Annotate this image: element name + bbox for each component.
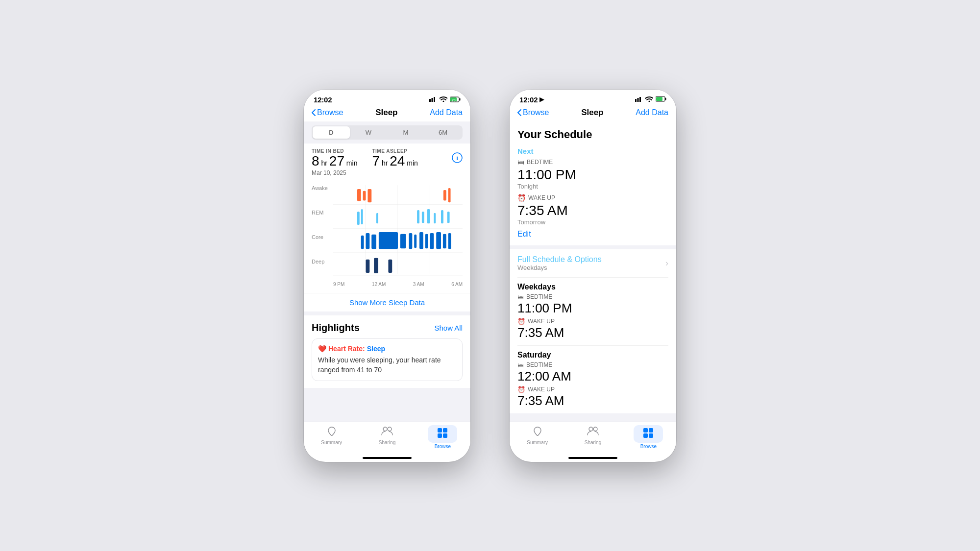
tab-browse-label-1: Browse [435, 444, 451, 449]
svg-rect-36 [414, 235, 416, 248]
nav-bar-2: Browse Sleep Add Data [510, 106, 676, 121]
wifi-icon-1 [440, 96, 447, 103]
nav-back-2[interactable]: Browse [517, 108, 549, 117]
weekdays-day-label: Weekdays [517, 283, 668, 291]
time-label-3am: 3 AM [413, 282, 424, 287]
next-wakeup-time: 7:35 AM [517, 203, 668, 218]
svg-rect-24 [417, 210, 419, 223]
tab-sharing-label-2: Sharing [585, 440, 601, 445]
chevron-icon-full-schedule: › [665, 258, 668, 268]
svg-rect-16 [357, 189, 361, 201]
svg-rect-49 [443, 428, 447, 432]
svg-rect-60 [643, 428, 648, 432]
home-indicator-2 [568, 457, 617, 459]
scroll-content-2: Your Schedule Next 🛏 BEDTIME 11:00 PM To… [510, 121, 676, 422]
saturday-wakeup-label-row: ⏰ WAKE UP [517, 386, 668, 393]
browse-icon-2 [642, 428, 654, 440]
tab-browse-1[interactable]: Browse [415, 425, 470, 449]
sharing-icon-1 [381, 425, 393, 439]
status-time-1: 12:02 [314, 96, 332, 104]
time-asleep-value: 7 hr 24 min [372, 154, 417, 169]
next-bedtime-label-row: 🛏 BEDTIME [517, 158, 668, 166]
chart-label-deep: Deep [312, 259, 324, 264]
highlights-header: Highlights Show All [312, 322, 463, 334]
svg-rect-43 [366, 260, 369, 273]
schedule-title: Your Schedule [517, 128, 668, 141]
svg-rect-18 [368, 189, 371, 202]
info-icon-1[interactable]: i [452, 152, 463, 166]
weekday-bedtime-label-row: 🛏 BEDTIME [517, 293, 668, 301]
tab-summary-1[interactable]: Summary [304, 425, 359, 449]
tab-sharing-label-1: Sharing [379, 440, 395, 445]
nav-add-data-1[interactable]: Add Data [430, 108, 463, 117]
alarm-icon-weekday: ⏰ [517, 318, 525, 325]
highlights-title: Highlights [312, 322, 360, 334]
show-more-sleep-btn[interactable]: Show More Sleep Data [304, 293, 470, 311]
status-icons-2 [635, 96, 666, 103]
svg-rect-51 [443, 433, 447, 438]
status-bar-2: 12:02 ▶ [510, 90, 676, 106]
svg-rect-31 [366, 233, 369, 249]
status-bar-1: 12:02 70 [304, 90, 470, 106]
svg-rect-37 [419, 232, 423, 249]
stat-date-1: Mar 10, 2025 [312, 169, 463, 176]
highlight-card: ❤️ Heart Rate: Sleep While you were slee… [312, 338, 463, 381]
nav-back-1[interactable]: Browse [312, 108, 343, 117]
saturday-wakeup: 7:35 AM [517, 393, 668, 408]
weekdays-section: Weekdays 🛏 BEDTIME 11:00 PM ⏰ WAKE UP 7:… [517, 278, 668, 346]
bed-icon-saturday: 🛏 [517, 361, 524, 369]
svg-rect-61 [649, 428, 653, 432]
home-indicator-1 [363, 457, 412, 459]
bed-icon-next: 🛏 [517, 158, 524, 166]
tab-sharing-1[interactable]: Sharing [359, 425, 415, 449]
time-label-6am: 6 AM [451, 282, 463, 287]
highlight-card-title: ❤️ Heart Rate: Sleep [318, 345, 456, 353]
highlights-section-1: Highlights Show All ❤️ Heart Rate: Sleep… [304, 315, 470, 388]
signal-icon-2 [635, 96, 643, 103]
full-schedule-sub: Weekdays [517, 264, 602, 271]
chart-label-core: Core [312, 234, 323, 240]
saturday-label: Saturday [517, 351, 668, 359]
svg-rect-20 [448, 188, 451, 202]
svg-rect-30 [361, 236, 364, 249]
svg-rect-23 [376, 213, 378, 224]
svg-rect-21 [357, 212, 360, 225]
nav-bar-1: Browse Sleep Add Data [304, 106, 470, 121]
stats-row-1: TIME IN BED 8 hr 27 min TIME ASLEEP 7 hr… [312, 148, 463, 169]
phone-2: 12:02 ▶ Browse Sleep Add Da [510, 90, 676, 462]
svg-rect-40 [436, 232, 441, 249]
full-schedule-label: Full Schedule & Options [517, 255, 602, 264]
tab-browse-2[interactable]: Browse [621, 425, 676, 449]
battery-icon-2 [656, 96, 666, 103]
svg-text:70: 70 [452, 98, 456, 102]
full-schedule-section: Full Schedule & Options Weekdays › Weekd… [510, 249, 676, 413]
summary-icon-1 [326, 425, 338, 439]
period-btn-d[interactable]: D [313, 126, 350, 139]
svg-rect-1 [432, 98, 433, 102]
browse-icon-1 [437, 428, 448, 440]
nav-add-data-2[interactable]: Add Data [636, 108, 668, 117]
period-btn-m[interactable]: M [387, 126, 424, 139]
svg-rect-50 [438, 433, 442, 438]
svg-rect-62 [643, 433, 648, 438]
period-btn-6m[interactable]: 6M [424, 126, 462, 139]
status-icons-1: 70 [429, 96, 461, 103]
tab-sharing-2[interactable]: Sharing [565, 425, 620, 449]
svg-rect-32 [371, 235, 376, 249]
svg-rect-4 [460, 98, 461, 101]
svg-rect-39 [430, 233, 434, 249]
alarm-icon-saturday: ⏰ [517, 386, 525, 393]
schedule-card: Your Schedule Next 🛏 BEDTIME 11:00 PM To… [510, 121, 676, 245]
show-all-btn[interactable]: Show All [434, 324, 463, 332]
full-schedule-row[interactable]: Full Schedule & Options Weekdays › [517, 249, 668, 278]
period-btn-w[interactable]: W [350, 126, 387, 139]
tab-summary-2[interactable]: Summary [510, 425, 565, 449]
stat-time-asleep: TIME ASLEEP 7 hr 24 min [372, 148, 417, 169]
svg-rect-19 [443, 190, 446, 201]
edit-btn[interactable]: Edit [517, 230, 668, 239]
signal-icon-1 [429, 96, 437, 103]
chart-label-rem: REM [312, 210, 323, 216]
battery-icon-1: 70 [450, 96, 461, 102]
svg-point-46 [383, 427, 387, 431]
weekday-bedtime: 11:00 PM [517, 301, 668, 316]
